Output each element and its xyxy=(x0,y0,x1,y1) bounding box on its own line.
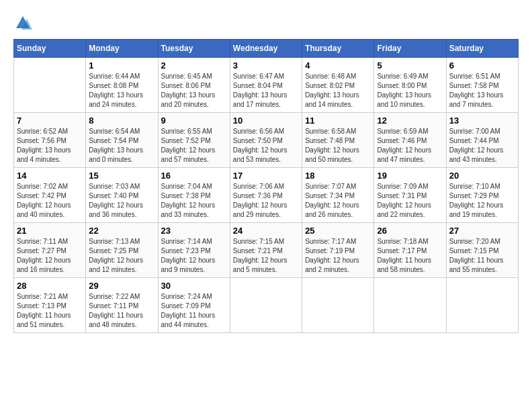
calendar-table: SundayMondayTuesdayWednesdayThursdayFrid… xyxy=(13,39,519,333)
day-info: Sunrise: 7:15 AMSunset: 7:21 PMDaylight:… xyxy=(233,238,287,273)
calendar-cell: 28 Sunrise: 7:21 AMSunset: 7:13 PMDaylig… xyxy=(14,278,86,333)
day-info: Sunrise: 6:47 AMSunset: 8:04 PMDaylight:… xyxy=(233,73,287,108)
calendar-cell: 9 Sunrise: 6:55 AMSunset: 7:52 PMDayligh… xyxy=(158,113,230,168)
calendar-week-row: 1 Sunrise: 6:44 AMSunset: 8:08 PMDayligh… xyxy=(14,58,519,113)
day-info: Sunrise: 7:06 AMSunset: 7:36 PMDaylight:… xyxy=(233,183,287,218)
day-info: Sunrise: 7:03 AMSunset: 7:40 PMDaylight:… xyxy=(89,183,143,218)
page-header xyxy=(13,13,519,32)
calendar-cell: 16 Sunrise: 7:04 AMSunset: 7:38 PMDaylig… xyxy=(158,168,230,223)
day-info: Sunrise: 6:59 AMSunset: 7:46 PMDaylight:… xyxy=(377,128,431,163)
day-info: Sunrise: 6:51 AMSunset: 7:58 PMDaylight:… xyxy=(449,73,504,108)
day-number: 4 xyxy=(305,60,371,71)
calendar-cell: 5 Sunrise: 6:49 AMSunset: 8:00 PMDayligh… xyxy=(374,58,446,113)
calendar-header: SundayMondayTuesdayWednesdayThursdayFrid… xyxy=(14,40,519,58)
day-number: 17 xyxy=(233,171,299,181)
day-info: Sunrise: 7:09 AMSunset: 7:31 PMDaylight:… xyxy=(377,183,431,218)
calendar-cell: 26 Sunrise: 7:18 AMSunset: 7:17 PMDaylig… xyxy=(374,223,446,278)
calendar-body: 1 Sunrise: 6:44 AMSunset: 8:08 PMDayligh… xyxy=(14,58,519,333)
calendar-cell: 14 Sunrise: 7:02 AMSunset: 7:42 PMDaylig… xyxy=(14,168,86,223)
calendar-cell: 19 Sunrise: 7:09 AMSunset: 7:31 PMDaylig… xyxy=(374,168,446,223)
day-of-week-header: Friday xyxy=(374,40,446,58)
day-info: Sunrise: 7:20 AMSunset: 7:15 PMDaylight:… xyxy=(449,238,504,273)
day-info: Sunrise: 6:58 AMSunset: 7:48 PMDaylight:… xyxy=(305,128,359,163)
day-number: 29 xyxy=(89,281,154,291)
calendar-cell: 24 Sunrise: 7:15 AMSunset: 7:21 PMDaylig… xyxy=(230,223,302,278)
day-number: 14 xyxy=(17,171,83,181)
day-of-week-header: Tuesday xyxy=(158,40,230,58)
calendar-week-row: 7 Sunrise: 6:52 AMSunset: 7:56 PMDayligh… xyxy=(14,113,519,168)
day-info: Sunrise: 7:21 AMSunset: 7:13 PMDaylight:… xyxy=(17,293,71,328)
calendar-week-row: 21 Sunrise: 7:11 AMSunset: 7:27 PMDaylig… xyxy=(14,223,519,278)
day-of-week-header: Sunday xyxy=(14,40,86,58)
day-number: 1 xyxy=(89,60,154,71)
day-number: 30 xyxy=(161,281,227,291)
day-number: 24 xyxy=(233,226,299,236)
calendar-cell: 2 Sunrise: 6:45 AMSunset: 8:06 PMDayligh… xyxy=(158,58,230,113)
day-number: 20 xyxy=(449,171,515,181)
day-info: Sunrise: 7:11 AMSunset: 7:27 PMDaylight:… xyxy=(17,238,71,273)
day-number: 2 xyxy=(161,60,227,71)
calendar-cell: 18 Sunrise: 7:07 AMSunset: 7:34 PMDaylig… xyxy=(302,168,374,223)
day-number: 25 xyxy=(305,226,371,236)
calendar-cell xyxy=(302,278,374,333)
day-number: 10 xyxy=(233,116,299,126)
day-number: 11 xyxy=(305,116,371,126)
calendar-cell: 17 Sunrise: 7:06 AMSunset: 7:36 PMDaylig… xyxy=(230,168,302,223)
calendar-cell: 15 Sunrise: 7:03 AMSunset: 7:40 PMDaylig… xyxy=(86,168,158,223)
day-info: Sunrise: 7:04 AMSunset: 7:38 PMDaylight:… xyxy=(161,183,216,218)
logo-icon xyxy=(13,13,32,32)
day-info: Sunrise: 7:14 AMSunset: 7:23 PMDaylight:… xyxy=(161,238,216,273)
calendar-cell: 20 Sunrise: 7:10 AMSunset: 7:29 PMDaylig… xyxy=(446,168,518,223)
calendar-cell xyxy=(374,278,446,333)
calendar-cell xyxy=(446,278,518,333)
calendar-cell: 13 Sunrise: 7:00 AMSunset: 7:44 PMDaylig… xyxy=(446,113,518,168)
day-of-week-header: Saturday xyxy=(446,40,518,58)
calendar-week-row: 28 Sunrise: 7:21 AMSunset: 7:13 PMDaylig… xyxy=(14,278,519,333)
day-info: Sunrise: 7:10 AMSunset: 7:29 PMDaylight:… xyxy=(449,183,504,218)
calendar-cell: 30 Sunrise: 7:24 AMSunset: 7:09 PMDaylig… xyxy=(158,278,230,333)
day-number: 6 xyxy=(449,60,515,71)
calendar-cell: 22 Sunrise: 7:13 AMSunset: 7:25 PMDaylig… xyxy=(86,223,158,278)
day-info: Sunrise: 6:48 AMSunset: 8:02 PMDaylight:… xyxy=(305,73,359,108)
calendar-cell: 11 Sunrise: 6:58 AMSunset: 7:48 PMDaylig… xyxy=(302,113,374,168)
day-info: Sunrise: 7:22 AMSunset: 7:11 PMDaylight:… xyxy=(89,293,143,328)
calendar-cell: 29 Sunrise: 7:22 AMSunset: 7:11 PMDaylig… xyxy=(86,278,158,333)
day-info: Sunrise: 7:02 AMSunset: 7:42 PMDaylight:… xyxy=(17,183,71,218)
day-info: Sunrise: 7:24 AMSunset: 7:09 PMDaylight:… xyxy=(161,293,216,328)
day-number: 23 xyxy=(161,226,227,236)
calendar-cell xyxy=(14,58,86,113)
day-number: 8 xyxy=(89,116,154,126)
day-number: 28 xyxy=(17,281,83,291)
calendar-cell: 7 Sunrise: 6:52 AMSunset: 7:56 PMDayligh… xyxy=(14,113,86,168)
day-info: Sunrise: 7:18 AMSunset: 7:17 PMDaylight:… xyxy=(377,238,431,273)
day-info: Sunrise: 7:13 AMSunset: 7:25 PMDaylight:… xyxy=(89,238,143,273)
calendar-cell: 6 Sunrise: 6:51 AMSunset: 7:58 PMDayligh… xyxy=(446,58,518,113)
day-info: Sunrise: 6:44 AMSunset: 8:08 PMDaylight:… xyxy=(89,73,143,108)
day-number: 7 xyxy=(17,116,83,126)
day-info: Sunrise: 6:49 AMSunset: 8:00 PMDaylight:… xyxy=(377,73,431,108)
day-number: 21 xyxy=(17,226,83,236)
calendar-cell: 10 Sunrise: 6:56 AMSunset: 7:50 PMDaylig… xyxy=(230,113,302,168)
calendar-cell: 21 Sunrise: 7:11 AMSunset: 7:27 PMDaylig… xyxy=(14,223,86,278)
day-info: Sunrise: 6:45 AMSunset: 8:06 PMDaylight:… xyxy=(161,73,216,108)
day-number: 22 xyxy=(89,226,154,236)
day-info: Sunrise: 7:07 AMSunset: 7:34 PMDaylight:… xyxy=(305,183,359,218)
day-of-week-header: Monday xyxy=(86,40,158,58)
calendar-cell xyxy=(230,278,302,333)
day-info: Sunrise: 7:17 AMSunset: 7:19 PMDaylight:… xyxy=(305,238,359,273)
calendar-cell: 1 Sunrise: 6:44 AMSunset: 8:08 PMDayligh… xyxy=(86,58,158,113)
day-number: 16 xyxy=(161,171,227,181)
calendar-cell: 12 Sunrise: 6:59 AMSunset: 7:46 PMDaylig… xyxy=(374,113,446,168)
day-number: 19 xyxy=(377,171,443,181)
day-number: 27 xyxy=(449,226,515,236)
calendar-cell: 25 Sunrise: 7:17 AMSunset: 7:19 PMDaylig… xyxy=(302,223,374,278)
day-info: Sunrise: 6:52 AMSunset: 7:56 PMDaylight:… xyxy=(17,128,71,163)
calendar-cell: 8 Sunrise: 6:54 AMSunset: 7:54 PMDayligh… xyxy=(86,113,158,168)
day-number: 26 xyxy=(377,226,443,236)
day-number: 15 xyxy=(89,171,154,181)
day-info: Sunrise: 6:55 AMSunset: 7:52 PMDaylight:… xyxy=(161,128,216,163)
calendar-cell: 23 Sunrise: 7:14 AMSunset: 7:23 PMDaylig… xyxy=(158,223,230,278)
day-number: 13 xyxy=(449,116,515,126)
day-of-week-header: Wednesday xyxy=(230,40,302,58)
day-info: Sunrise: 7:00 AMSunset: 7:44 PMDaylight:… xyxy=(449,128,504,163)
